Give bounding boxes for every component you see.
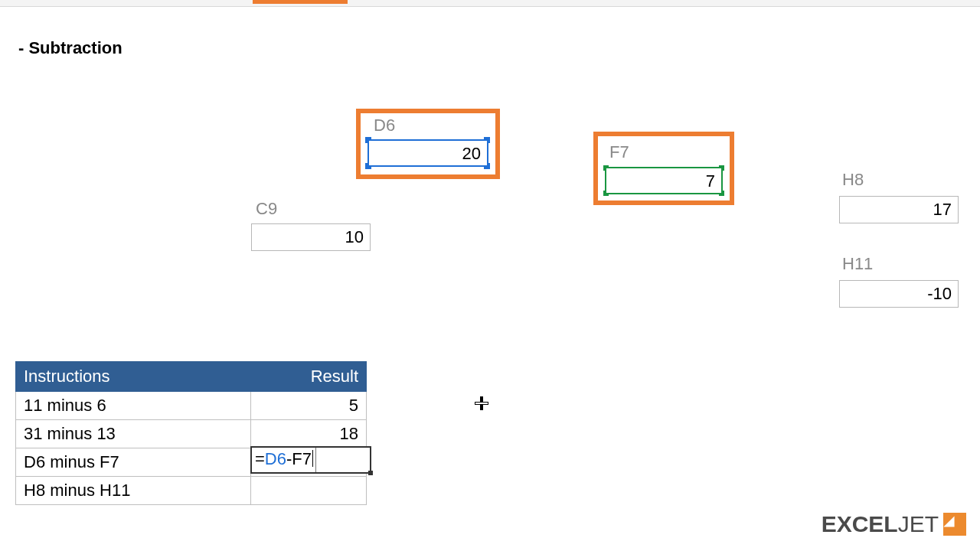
- window-top-strip: [0, 0, 980, 7]
- logo-text: EXCELJET: [822, 511, 939, 537]
- table-row: 31 minus 13 18: [16, 420, 367, 448]
- edit-cell-divider: [315, 448, 316, 472]
- table-row: 11 minus 6 5: [16, 392, 367, 420]
- formula-ref-d6: D6: [265, 449, 286, 468]
- result-cell[interactable]: 5: [251, 392, 367, 420]
- cell-label-h11: H11: [842, 254, 873, 274]
- cell-f7[interactable]: 7: [606, 168, 721, 193]
- fill-handle[interactable]: [368, 471, 373, 475]
- result-cell[interactable]: [251, 477, 367, 505]
- cell-d6[interactable]: 20: [369, 141, 487, 165]
- cell-label-c9: C9: [256, 199, 277, 219]
- instruction-cell[interactable]: D6 minus F7: [16, 448, 251, 477]
- active-tab-underline: [253, 0, 348, 4]
- table-header-row: Instructions Result: [16, 362, 367, 392]
- text-caret: [312, 450, 313, 467]
- formula-equals: =: [255, 449, 265, 468]
- cell-label-h8: H8: [842, 170, 864, 190]
- result-cell[interactable]: 18: [251, 420, 367, 448]
- cell-label-d6: D6: [374, 116, 395, 135]
- cell-c9[interactable]: 10: [251, 223, 371, 251]
- col-header-instructions: Instructions: [16, 362, 251, 392]
- worksheet-section-title: - Subtraction: [18, 38, 122, 58]
- exercise-table: Instructions Result 11 minus 6 5 31 minu…: [15, 361, 367, 505]
- exceljet-logo: EXCELJET: [822, 511, 966, 537]
- excel-select-cursor-icon: [475, 396, 488, 410]
- table-row: H8 minus H11: [16, 477, 367, 505]
- formula-edit-cell[interactable]: =D6-F7: [250, 446, 371, 474]
- col-header-result: Result: [251, 362, 367, 392]
- instruction-cell[interactable]: 31 minus 13: [16, 420, 251, 448]
- cell-label-f7: F7: [609, 142, 629, 162]
- cell-h8[interactable]: 17: [839, 196, 959, 223]
- cell-h11[interactable]: -10: [839, 280, 959, 308]
- instruction-cell[interactable]: 11 minus 6: [16, 392, 251, 420]
- formula-ref-f7: F7: [292, 449, 312, 468]
- logo-mark-icon: [943, 513, 966, 536]
- instruction-cell[interactable]: H8 minus H11: [16, 477, 251, 505]
